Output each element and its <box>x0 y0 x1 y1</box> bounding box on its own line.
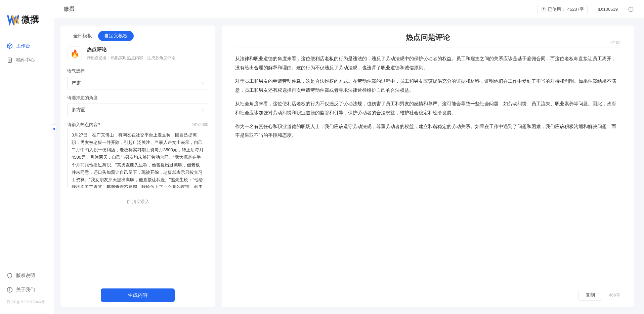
angle-select[interactable]: 多方面 ▽ <box>67 104 208 116</box>
nav-item-copyright[interactable]: 版权说明 <box>0 269 54 283</box>
cube-icon <box>7 43 13 49</box>
fire-icon: 🔥 <box>67 46 82 61</box>
angle-value: 多方面 <box>72 107 86 113</box>
chevron-down-icon: ▽ <box>201 81 204 85</box>
content-textarea[interactable] <box>67 128 208 188</box>
breadcrumb: 微撰 <box>64 6 75 13</box>
chevron-down-icon: ▽ <box>201 108 204 112</box>
nav-label: 版权说明 <box>16 273 35 279</box>
template-tabs: 全部模板 自定义模板 <box>67 31 208 41</box>
sidebar-bottom: 版权说明 关于我们 鄂ICP备2022016946号 <box>0 265 54 314</box>
tone-select[interactable]: 严肃 ▽ <box>67 77 208 89</box>
clear-label: 清空录入 <box>132 199 149 205</box>
sidebar-collapse-handle[interactable]: ◀ <box>51 124 56 132</box>
usage-prefix: 已使用： <box>548 6 565 12</box>
tab-custom-templates[interactable]: 自定义模板 <box>98 31 134 41</box>
content-label: 请输入热点内容? <box>67 122 100 128</box>
power-icon[interactable] <box>628 6 634 12</box>
result-paragraph: 从法律和职业道德的角度来看，这位便利店老板的行为是违法的，违反了劳动法规中的保护… <box>235 54 620 72</box>
template-title: 热点评论 <box>87 46 175 53</box>
tab-all-templates[interactable]: 全部模板 <box>67 31 98 41</box>
nav-label: 稿件中心 <box>16 57 35 63</box>
shield-icon <box>7 273 13 279</box>
copy-button[interactable]: 复制 <box>578 290 602 301</box>
nav-item-about[interactable]: 关于我们 <box>0 283 54 297</box>
result-paragraph: 作为一名有责任心和职业道德的职场人士，我们应该遵守劳动法规，尊重劳动者的权益，建… <box>235 122 620 140</box>
document-icon <box>7 57 13 63</box>
clear-button[interactable]: 清空录入 <box>67 195 208 209</box>
result-panel: 热点问题评论 6/100 从法律和职业道德的角度来看，这位便利店老板的行为是违法… <box>222 26 634 307</box>
icp-link[interactable]: 鄂ICP备2022016946号 <box>0 297 54 307</box>
trash-icon <box>126 199 131 204</box>
result-body: 从法律和职业道德的角度来看，这位便利店老板的行为是违法的，违反了劳动法规中的保护… <box>235 54 620 285</box>
page-indicator: 6/100 <box>610 40 620 45</box>
result-title: 热点问题评论 <box>235 32 620 42</box>
topbar: 微撰 已使用： 45237字 ID:100519 <box>54 0 644 19</box>
template-desc: 蹭热点必备：粘贴实时热点内容，生成多角度评论 <box>87 55 175 61</box>
text-icon <box>541 7 546 12</box>
input-panel: 全部模板 自定义模板 🔥 热点评论 蹭热点必备：粘贴实时热点内容，生成多角度评论… <box>60 26 215 307</box>
nav-label: 关于我们 <box>16 287 35 293</box>
info-icon <box>7 287 13 293</box>
logo-icon <box>7 13 19 26</box>
char-count: 481/2000 <box>191 122 208 127</box>
logo: 微撰 <box>0 0 54 36</box>
angle-label: 请选择您的角度 <box>67 95 208 101</box>
tone-value: 严肃 <box>72 80 81 86</box>
generate-button[interactable]: 生成内容 <box>101 288 175 302</box>
svg-point-6 <box>10 288 10 289</box>
nav-item-workspace[interactable]: 工作台 <box>0 39 54 53</box>
sidebar: 微撰 工作台 稿件中心 版权说明 关于我们 鄂ICP备2022016946号 ◀ <box>0 0 54 314</box>
template-card: 🔥 热点评论 蹭热点必备：粘贴实时热点内容，生成多角度评论 <box>67 46 208 61</box>
nav-label: 工作台 <box>16 43 30 49</box>
usage-indicator: 已使用： 45237字 <box>538 5 588 14</box>
logo-text: 微撰 <box>22 14 39 26</box>
nav-item-drafts[interactable]: 稿件中心 <box>0 53 54 67</box>
tone-label: 语气选择 <box>67 68 208 74</box>
user-id: ID:100519 <box>598 7 618 12</box>
usage-value: 45237字 <box>567 6 584 12</box>
nav-list: 工作台 稿件中心 <box>0 36 54 265</box>
word-count: 469字 <box>609 292 620 298</box>
result-paragraph: 从社会角度来看，这位便利店老板的行为不仅违反了劳动法规，也伤害了员工和男友的感情… <box>235 99 620 117</box>
result-paragraph: 对于员工和男友的申请劳动仲裁，这是合法维权的方式。在劳动仲裁的过程中，员工和男友… <box>235 77 620 94</box>
